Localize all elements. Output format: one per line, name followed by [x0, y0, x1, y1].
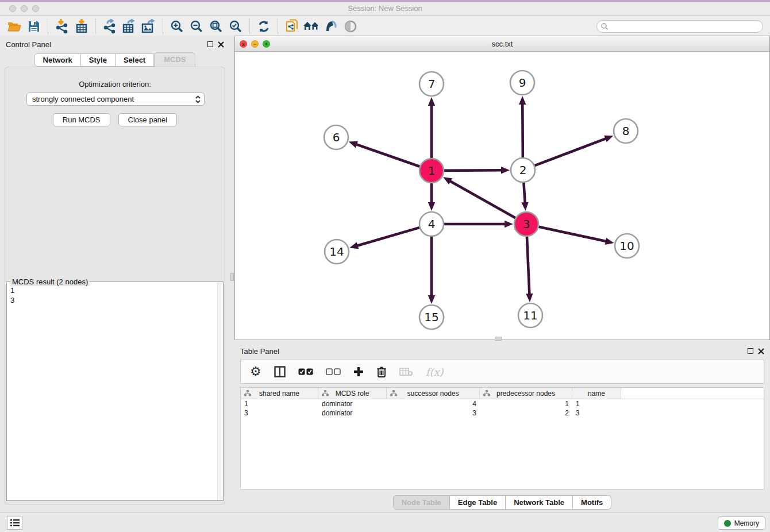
graph-edge-2-9[interactable]	[519, 96, 526, 157]
splitter-grip[interactable]	[230, 273, 234, 281]
export-image-button[interactable]	[139, 18, 159, 34]
graph-node-4[interactable]: 4	[419, 212, 444, 236]
window-zoom-button[interactable]	[32, 5, 39, 12]
table-row[interactable]: 3dominator323	[241, 408, 764, 418]
network-close-button[interactable]: x	[240, 40, 247, 48]
graph-edge-4-3[interactable]	[444, 221, 513, 228]
table-row[interactable]: 1dominator411	[241, 399, 764, 408]
column-header-predecessor-nodes[interactable]: predecessor nodes	[480, 388, 572, 399]
tab-edge-table[interactable]: Edge Table	[450, 495, 506, 510]
select-all-button[interactable]	[298, 364, 313, 380]
delete-row-button[interactable]	[376, 364, 387, 380]
table-cell[interactable]: 3	[387, 408, 480, 418]
show-graphics-details-button[interactable]	[321, 18, 341, 34]
mcds-result-text[interactable]: 1 3	[7, 283, 217, 500]
save-session-button[interactable]	[24, 18, 44, 34]
table-settings-button[interactable]: ⚙	[250, 364, 261, 380]
window-close-button[interactable]	[9, 5, 16, 12]
graph-edge-1-4[interactable]	[428, 183, 435, 211]
tab-motifs[interactable]: Motifs	[573, 495, 611, 510]
zoom-in-button[interactable]	[167, 18, 187, 34]
float-panel-icon[interactable]	[207, 41, 213, 47]
graph-node-3[interactable]: 3	[514, 212, 538, 236]
arrowhead-icon	[519, 96, 526, 105]
table-cell[interactable]: 4	[387, 399, 480, 408]
graph-edge-4-15[interactable]	[428, 237, 435, 304]
network-maximize-button[interactable]: +	[263, 40, 270, 48]
graph-edge-1-2[interactable]	[444, 167, 510, 174]
criterion-select[interactable]: strongly connected component	[26, 92, 205, 106]
apply-layout-button[interactable]	[254, 18, 274, 34]
tab-network-table[interactable]: Network Table	[506, 495, 573, 510]
import-table-button[interactable]	[72, 18, 91, 34]
first-neighbors-button[interactable]	[302, 18, 321, 34]
network-minimize-button[interactable]: −	[251, 40, 259, 48]
table-cell[interactable]: 1	[572, 399, 621, 408]
column-header-successor-nodes[interactable]: successor nodes	[387, 388, 480, 399]
vertical-splitter[interactable]	[230, 36, 234, 512]
add-row-button[interactable]	[353, 364, 364, 380]
tab-network[interactable]: Network	[34, 53, 81, 67]
zoom-fit-button[interactable]	[206, 18, 226, 34]
open-session-button[interactable]	[5, 18, 24, 34]
graph-node-1[interactable]: 1	[419, 159, 444, 183]
tab-select[interactable]: Select	[116, 53, 154, 67]
table-cell[interactable]: 2	[480, 408, 572, 418]
close-table-panel-icon[interactable]	[758, 348, 764, 354]
tab-mcds[interactable]: MCDS	[154, 52, 195, 67]
close-panel-icon[interactable]	[218, 41, 224, 48]
graph-edge-4-14[interactable]	[349, 228, 419, 249]
zoom-out-button[interactable]	[187, 18, 206, 34]
graph-edge-3-10[interactable]	[538, 227, 614, 245]
network-canvas[interactable]: 7968124314101511	[235, 52, 769, 340]
tab-style[interactable]: Style	[81, 53, 116, 67]
export-table-button[interactable]	[120, 18, 139, 34]
horizontal-splitter-grip[interactable]	[495, 337, 502, 341]
function-builder-button[interactable]: f(x)	[426, 364, 444, 380]
table-cell[interactable]: 3	[241, 408, 318, 418]
window-minimize-button[interactable]	[21, 5, 28, 12]
birds-eye-view-button[interactable]	[341, 18, 360, 34]
eye-icon	[344, 20, 357, 33]
graph-edge-2-8[interactable]	[535, 136, 614, 165]
column-header-shared-name[interactable]: shared name	[241, 388, 318, 399]
deselect-all-button[interactable]	[326, 364, 341, 380]
graph-node-9[interactable]: 9	[510, 71, 534, 95]
show-columns-button[interactable]	[274, 364, 286, 380]
export-network-button[interactable]	[100, 18, 120, 34]
zoom-selected-button[interactable]	[226, 18, 245, 34]
graph-edge-3-1[interactable]	[443, 177, 515, 218]
result-scrollbar[interactable]	[217, 282, 223, 500]
graph-node-10[interactable]: 10	[615, 234, 639, 258]
graph-edge-1-6[interactable]	[349, 141, 420, 167]
delete-table-button[interactable]	[399, 364, 413, 380]
table-cell[interactable]: 1	[480, 399, 572, 408]
new-network-from-selection-button[interactable]	[282, 18, 302, 34]
memory-button[interactable]: Memory	[718, 516, 765, 530]
graph-node-6[interactable]: 6	[324, 125, 348, 149]
graph-edge-1-7[interactable]	[428, 97, 435, 158]
graph-node-15[interactable]: 15	[419, 305, 444, 329]
network-window-titlebar[interactable]: x − + scc.txt	[235, 36, 769, 52]
graph-node-2[interactable]: 2	[511, 158, 535, 182]
column-header-name[interactable]: name	[572, 388, 621, 399]
table-cell[interactable]: 3	[572, 408, 621, 418]
graph-edge-2-3[interactable]	[521, 183, 528, 211]
search-input[interactable]	[609, 21, 763, 32]
float-table-panel-icon[interactable]	[748, 348, 753, 354]
task-history-button[interactable]	[7, 516, 22, 530]
close-panel-button[interactable]: Close panel	[118, 113, 178, 126]
graph-node-8[interactable]: 8	[614, 119, 638, 143]
search-field[interactable]	[596, 20, 763, 33]
tab-node-table[interactable]: Node Table	[393, 495, 450, 510]
graph-node-11[interactable]: 11	[518, 303, 542, 327]
graph-node-14[interactable]: 14	[325, 240, 349, 264]
run-mcds-button[interactable]: Run MCDS	[53, 113, 110, 126]
graph-edge-3-11[interactable]	[526, 237, 533, 302]
table-cell[interactable]: 1	[241, 399, 318, 408]
graph-node-7[interactable]: 7	[419, 72, 444, 96]
import-network-button[interactable]	[52, 18, 72, 34]
table-cell[interactable]: dominator	[318, 408, 387, 418]
column-header-mcds-role[interactable]: MCDS role	[318, 388, 387, 399]
table-cell[interactable]: dominator	[318, 399, 387, 408]
